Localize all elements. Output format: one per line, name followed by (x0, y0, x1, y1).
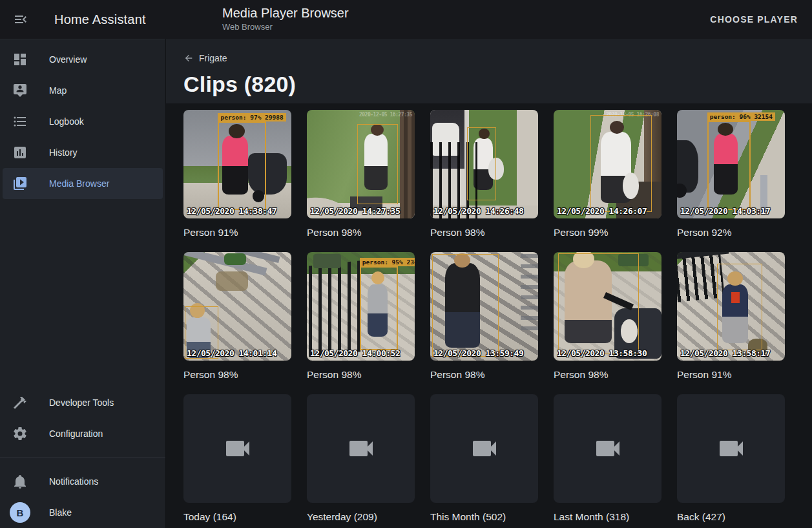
clip-thumbnail: 12/05/2020 14:26:48 (430, 110, 538, 218)
clip-card[interactable]: person: 95% 23432 12/05/2020 14:00:52 Pe… (307, 252, 415, 381)
sidebar-item-label: Configuration (49, 428, 103, 439)
breadcrumb-label: Frigate (199, 53, 227, 63)
detection-label: person: 96% 32154 (707, 112, 775, 121)
sidebar-item-history[interactable]: History (0, 137, 165, 168)
clip-thumbnail: person: 95% 23432 12/05/2020 14:00:52 (307, 252, 415, 361)
page-title: Clips (820) (183, 72, 812, 97)
clip-timestamp: 12/05/2020 13:58:30 (557, 348, 647, 358)
sidebar-item-overview[interactable]: Overview (0, 44, 165, 75)
folder-thumbnail (554, 394, 661, 503)
clip-card[interactable]: 12/05/2020 14:01:14 Person 98% (183, 252, 291, 381)
clip-timestamp: 12/05/2020 14:26:48 (433, 206, 523, 216)
cog-icon (12, 426, 28, 441)
sidebar-item-label: Developer Tools (49, 397, 114, 408)
hammer-icon (12, 395, 28, 410)
detection-label: person: 97% 29988 (218, 113, 286, 121)
clip-timestamp: 12/05/2020 14:38:47 (187, 206, 276, 216)
camera-timestamp: 2020-12-05 16:27:35 (359, 112, 412, 118)
video-icon (592, 433, 623, 464)
sidebar-item-label: History (49, 147, 78, 158)
clips-grid: person: 97% 29988 12/05/2020 14:38:47 Pe… (183, 103, 785, 528)
sidebar-item-label: Overview (49, 54, 87, 65)
main-content: Frigate Clips (820) person: 97% 29988 12… (165, 39, 812, 528)
clip-card[interactable]: 2020-12-05 16:26:08 12/05/2020 14:26:07 … (554, 110, 661, 239)
clip-timestamp: 12/05/2020 14:27:35 (310, 206, 400, 216)
app-title: Home Assistant (54, 12, 146, 27)
clip-card[interactable]: 12/05/2020 13:58:30 Person 98% (554, 252, 661, 381)
folder-caption: Last Month (318) (554, 511, 661, 523)
video-icon (346, 433, 377, 464)
sidebar-item-developer-tools[interactable]: Developer Tools (0, 387, 165, 418)
clip-card[interactable]: 12/05/2020 13:59:49 Person 98% (430, 252, 538, 381)
detection-bbox (357, 124, 397, 205)
folder-card-today[interactable]: Today (164) (183, 394, 291, 523)
folder-caption: This Month (502) (430, 511, 538, 523)
play-box-multiple-icon (12, 176, 28, 191)
sidebar-item-label: Map (49, 85, 67, 96)
folder-thumbnail (307, 394, 415, 503)
clip-caption: Person 92% (677, 226, 785, 239)
sidebar-item-map[interactable]: Map (0, 75, 165, 106)
clip-thumbnail: person: 96% 32154 12/05/2020 14:03:17 (677, 110, 785, 218)
menu-open-button[interactable] (5, 4, 36, 35)
clip-caption: Person 99% (554, 226, 661, 239)
clip-timestamp: 12/05/2020 13:59:49 (433, 348, 523, 358)
clip-thumbnail: 12/05/2020 13:59:49 (430, 252, 538, 361)
sidebar-item-configuration[interactable]: Configuration (0, 418, 165, 449)
clip-timestamp: 12/05/2020 13:58:17 (680, 348, 770, 358)
clip-card[interactable]: person: 96% 32154 12/05/2020 14:03:17 Pe… (677, 110, 785, 239)
folder-thumbnail (430, 394, 538, 503)
folder-card-back[interactable]: Back (427) (677, 394, 785, 523)
menu-open-icon (13, 12, 28, 27)
sidebar-item-profile[interactable]: B Blake (0, 497, 165, 528)
folder-card-yesterday[interactable]: Yesterday (209) (307, 394, 415, 523)
panel-title-block: Media Player Browser Web Browser (222, 5, 349, 32)
clip-thumbnail: 12/05/2020 13:58:30 (554, 252, 661, 361)
avatar: B (10, 502, 30, 523)
sidebar-item-logbook[interactable]: Logbook (0, 106, 165, 137)
sidebar-item-label: Logbook (49, 116, 84, 127)
app-bar: Home Assistant Media Player Browser Web … (0, 0, 812, 39)
clip-card[interactable]: 2020-12-05 16:27:35 12/05/2020 14:27:35 … (307, 110, 415, 239)
clip-timestamp: 12/05/2020 14:00:52 (310, 348, 400, 358)
view-dashboard-icon (12, 52, 28, 67)
folder-caption: Back (427) (677, 511, 785, 523)
clip-card[interactable]: 12/05/2020 14:26:48 Person 98% (430, 110, 538, 239)
clip-thumbnail: 2020-12-05 16:27:35 12/05/2020 14:27:35 (307, 110, 415, 218)
breadcrumb-back-frigate[interactable]: Frigate (183, 53, 227, 63)
detection-bbox (467, 127, 496, 200)
sidebar-item-notifications[interactable]: Notifications (0, 466, 165, 497)
video-icon (469, 433, 500, 464)
clip-thumbnail: 12/05/2020 13:58:17 (677, 252, 785, 361)
folder-card-last-month[interactable]: Last Month (318) (554, 394, 661, 523)
clip-caption: Person 98% (183, 368, 291, 381)
detection-bbox: person: 95% 23432 (360, 266, 398, 350)
content-header: Frigate Clips (820) (166, 39, 812, 103)
sidebar-divider (0, 458, 165, 458)
sidebar-item-media-browser[interactable]: Media Browser (3, 168, 163, 199)
clip-timestamp: 12/05/2020 14:26:07 (557, 206, 647, 216)
clip-caption: Person 91% (677, 368, 785, 381)
detection-bbox (558, 253, 640, 355)
choose-player-button[interactable]: CHOOSE PLAYER (705, 9, 803, 30)
folder-card-this-month[interactable]: This Month (502) (430, 394, 538, 523)
detection-bbox: person: 97% 29988 (218, 121, 265, 210)
folder-thumbnail (183, 394, 291, 503)
video-icon (716, 433, 747, 464)
panel-subtitle: Web Browser (222, 22, 349, 32)
folder-thumbnail (677, 394, 785, 503)
detection-bbox (590, 115, 652, 212)
profile-name: Blake (49, 507, 72, 518)
clip-card[interactable]: person: 97% 29988 12/05/2020 14:38:47 Pe… (183, 110, 291, 239)
chart-box-icon (12, 145, 28, 160)
clip-caption: Person 91% (183, 226, 291, 239)
arrow-left-icon (183, 53, 194, 63)
list-bulleted-icon (12, 114, 28, 129)
clip-caption: Person 98% (554, 368, 661, 381)
clip-thumbnail: 2020-12-05 16:26:08 12/05/2020 14:26:07 (554, 110, 661, 218)
clip-caption: Person 98% (430, 226, 538, 239)
clip-thumbnail: 12/05/2020 14:01:14 (183, 252, 291, 361)
detection-bbox: person: 96% 32154 (707, 121, 751, 210)
clip-card[interactable]: 12/05/2020 13:58:17 Person 91% (677, 252, 785, 381)
folder-caption: Today (164) (183, 511, 291, 523)
